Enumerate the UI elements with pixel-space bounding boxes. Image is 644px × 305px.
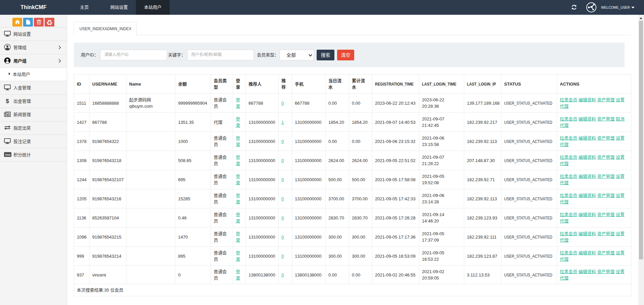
svg-text:VISA: VISA bbox=[5, 153, 11, 156]
